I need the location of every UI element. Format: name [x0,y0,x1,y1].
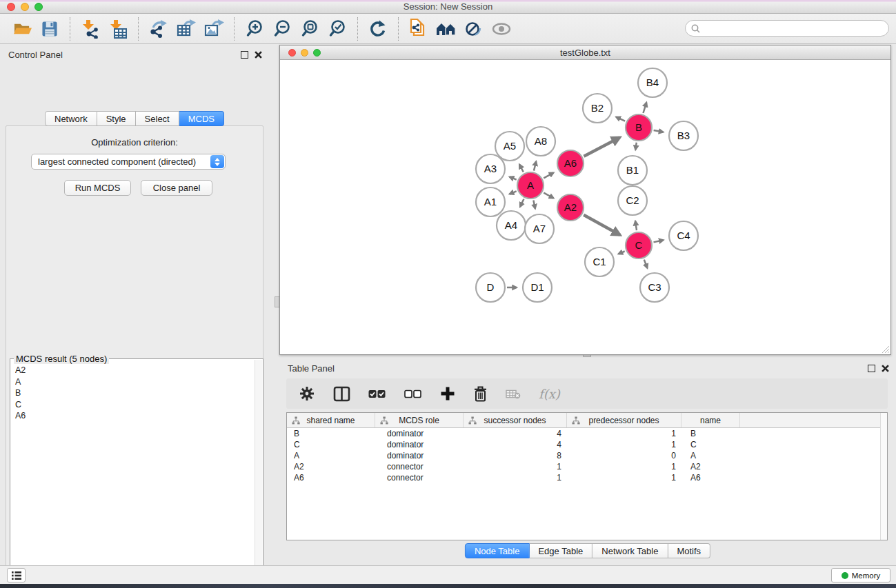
close-panel-icon[interactable] [255,51,262,59]
table-cell[interactable]: 1 [567,472,681,483]
network-canvas[interactable]: B4B2BB3A5A8A6A3B1AA1C2A2A4A7CC4C1C3DD1 [280,60,890,354]
graph-edge-A-A2[interactable] [544,193,553,199]
tab-style[interactable]: Style [97,111,136,126]
graph-node-A6[interactable]: A6 [557,150,584,176]
table-row[interactable]: Adominator80A [287,450,880,461]
table-cell[interactable]: 1 [567,428,681,439]
table-cell[interactable]: B [287,428,375,439]
table-cell[interactable]: dominator [375,450,464,461]
graph-node-C[interactable]: C [626,232,652,258]
zoom-in-button[interactable] [241,17,268,41]
table-row[interactable]: Bdominator41B [287,428,880,439]
graph-node-C4[interactable]: C4 [669,221,698,250]
graph-edge-A-A1[interactable] [510,191,517,194]
table-cell[interactable]: A [681,450,740,461]
mcds-result-item[interactable]: A6 [15,410,252,422]
zoom-selected-button[interactable] [323,17,351,41]
import-network-button[interactable] [77,17,104,41]
graph-node-A8[interactable]: A8 [526,127,555,156]
node-table-scrollbar[interactable] [880,413,887,540]
automation-panel-button[interactable] [7,568,26,582]
graph-edge-B-B1[interactable] [635,143,637,150]
table-cell[interactable]: A6 [681,472,740,483]
create-column-button[interactable] [440,383,455,404]
table-cell[interactable]: A2 [681,461,740,472]
column-header-name[interactable]: name [681,413,740,427]
graph-edge-C-C2[interactable] [635,221,637,231]
graph-node-A2[interactable]: A2 [557,194,584,221]
graph-edge-B-B2[interactable] [616,117,625,121]
export-table-button[interactable] [172,17,200,41]
tab-mcds[interactable]: MCDS [179,111,224,126]
graph-node-B[interactable]: B [626,114,652,141]
zoom-fit-button[interactable] [296,17,323,41]
tab-network-table[interactable]: Network Table [593,543,668,558]
minimize-view-button[interactable] [301,49,308,57]
graph-node-A7[interactable]: A7 [525,214,554,243]
zoom-view-button[interactable] [313,49,321,57]
export-image-button[interactable] [200,17,228,41]
table-cell[interactable]: 8 [464,450,567,461]
graph-edge-A6-B[interactable] [584,138,620,156]
close-panel-icon[interactable] [882,365,889,372]
table-row[interactable]: A2connector11A2 [287,461,880,472]
float-panel-icon[interactable] [868,365,875,372]
table-cell[interactable]: B [681,428,740,439]
table-settings-button[interactable] [299,383,315,404]
refresh-button[interactable] [364,17,392,41]
graph-node-B2[interactable]: B2 [583,94,612,123]
graph-node-C2[interactable]: C2 [618,186,647,215]
close-view-button[interactable] [288,49,296,57]
table-cell[interactable]: connector [375,461,464,472]
birdseye-view-button[interactable] [488,17,515,41]
graph-edge-A-A5[interactable] [519,165,524,172]
tab-select[interactable]: Select [136,111,179,126]
table-cell[interactable]: A2 [287,461,375,472]
tab-edge-table[interactable]: Edge Table [529,543,593,558]
column-header-shared-name[interactable]: shared name [287,413,375,427]
resize-grip-icon[interactable] [881,345,890,354]
table-cell[interactable]: A [287,450,375,461]
close-panel-button[interactable]: Close panel [141,180,212,196]
tab-network[interactable]: Network [45,111,97,126]
graph-edge-A-A4[interactable] [520,199,524,207]
tab-motifs[interactable]: Motifs [668,543,710,558]
table-cell[interactable]: C [287,439,375,450]
graph-edge-A-A8[interactable] [534,161,536,170]
close-window-button[interactable] [7,3,15,11]
column-header-successor-nodes[interactable]: successor nodes [464,413,567,427]
run-mcds-button[interactable]: Run MCDS [64,180,131,196]
graph-node-B1[interactable]: B1 [618,156,647,185]
graph-node-B3[interactable]: B3 [669,121,698,150]
table-cell[interactable]: 1 [567,461,681,472]
table-row[interactable]: Cdominator41C [287,439,880,450]
open-file-button[interactable] [8,17,36,41]
graph-edge-C-C3[interactable] [644,260,648,268]
search-input[interactable] [704,22,888,34]
graph-node-D[interactable]: D [476,273,505,302]
graph-edge-A2-C[interactable] [584,215,620,235]
save-session-button[interactable] [36,17,63,41]
tab-node-table[interactable]: Node Table [465,543,530,558]
column-header-MCDS-role[interactable]: MCDS role [375,413,464,427]
graph-node-A1[interactable]: A1 [476,187,505,216]
table-row[interactable]: A6connector11A6 [287,472,880,483]
graph-edge-C-C1[interactable] [619,252,625,254]
graph-edge-B-B3[interactable] [654,130,664,132]
table-cell[interactable]: A6 [287,472,375,483]
graph-node-C1[interactable]: C1 [585,247,614,276]
column-header-predecessor-nodes[interactable]: predecessor nodes [567,413,681,427]
table-cell[interactable]: C [681,439,740,450]
deselect-all-button[interactable] [404,383,422,404]
graph-node-A3[interactable]: A3 [476,154,505,183]
table-cell[interactable]: 1 [567,439,681,450]
table-cell[interactable]: 4 [464,439,567,450]
graph-node-B4[interactable]: B4 [638,68,667,97]
table-cell[interactable]: 0 [567,450,681,461]
graph-edge-B-B4[interactable] [644,103,647,113]
graph-edge-A-A3[interactable] [510,177,517,180]
graph-node-D1[interactable]: D1 [523,273,552,302]
criterion-select[interactable]: largest connected component (directed) [31,154,226,170]
table-cell[interactable]: 1 [464,461,567,472]
table-cell[interactable]: 1 [464,472,567,483]
